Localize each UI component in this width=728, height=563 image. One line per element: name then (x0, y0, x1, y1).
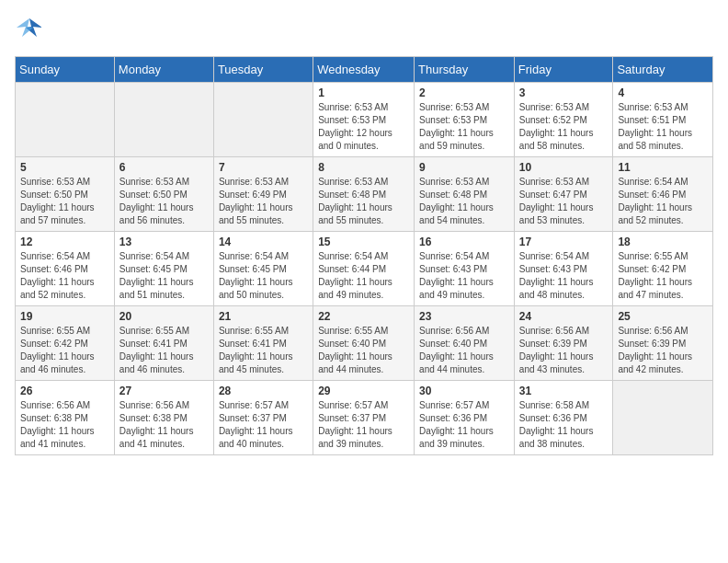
calendar-cell: 17Sunrise: 6:54 AM Sunset: 6:43 PM Dayli… (514, 232, 613, 306)
day-info: Sunrise: 6:54 AM Sunset: 6:46 PM Dayligh… (618, 176, 708, 227)
calendar-cell: 4Sunrise: 6:53 AM Sunset: 6:51 PM Daylig… (613, 83, 713, 157)
calendar-cell (213, 83, 313, 157)
day-info: Sunrise: 6:57 AM Sunset: 6:36 PM Dayligh… (419, 399, 509, 451)
day-info: Sunrise: 6:57 AM Sunset: 6:37 PM Dayligh… (219, 399, 308, 451)
page-header (15, 15, 713, 45)
calendar-cell: 31Sunrise: 6:58 AM Sunset: 6:36 PM Dayli… (514, 381, 613, 455)
day-info: Sunrise: 6:53 AM Sunset: 6:53 PM Dayligh… (419, 101, 509, 153)
weekday-header-tuesday: Tuesday (213, 57, 313, 83)
calendar-week-2: 5Sunrise: 6:53 AM Sunset: 6:50 PM Daylig… (16, 157, 713, 232)
calendar-cell: 24Sunrise: 6:56 AM Sunset: 6:39 PM Dayli… (514, 306, 613, 381)
day-info: Sunrise: 6:53 AM Sunset: 6:51 PM Dayligh… (618, 101, 708, 153)
calendar-cell (114, 83, 213, 157)
day-info: Sunrise: 6:57 AM Sunset: 6:37 PM Dayligh… (318, 399, 409, 451)
day-number: 31 (519, 385, 609, 397)
day-number: 18 (618, 236, 708, 248)
day-info: Sunrise: 6:56 AM Sunset: 6:38 PM Dayligh… (119, 399, 209, 451)
day-info: Sunrise: 6:55 AM Sunset: 6:40 PM Dayligh… (318, 325, 409, 376)
day-info: Sunrise: 6:54 AM Sunset: 6:46 PM Dayligh… (20, 250, 109, 302)
day-number: 16 (419, 236, 509, 248)
calendar-cell: 30Sunrise: 6:57 AM Sunset: 6:36 PM Dayli… (415, 381, 515, 455)
day-info: Sunrise: 6:54 AM Sunset: 6:43 PM Dayligh… (519, 250, 609, 302)
calendar-cell: 2Sunrise: 6:53 AM Sunset: 6:53 PM Daylig… (415, 83, 515, 157)
calendar-week-3: 12Sunrise: 6:54 AM Sunset: 6:46 PM Dayli… (16, 232, 713, 306)
day-number: 11 (618, 161, 708, 174)
calendar-table: SundayMondayTuesdayWednesdayThursdayFrid… (15, 56, 713, 455)
day-info: Sunrise: 6:53 AM Sunset: 6:49 PM Dayligh… (219, 176, 308, 227)
day-info: Sunrise: 6:56 AM Sunset: 6:39 PM Dayligh… (519, 325, 609, 376)
calendar-cell: 8Sunrise: 6:53 AM Sunset: 6:48 PM Daylig… (313, 157, 415, 232)
weekday-header-wednesday: Wednesday (313, 57, 415, 83)
calendar-cell: 14Sunrise: 6:54 AM Sunset: 6:45 PM Dayli… (213, 232, 313, 306)
day-number: 2 (419, 86, 509, 99)
calendar-cell: 22Sunrise: 6:55 AM Sunset: 6:40 PM Dayli… (313, 306, 415, 381)
calendar-cell: 15Sunrise: 6:54 AM Sunset: 6:44 PM Dayli… (313, 232, 415, 306)
calendar-cell: 3Sunrise: 6:53 AM Sunset: 6:52 PM Daylig… (514, 83, 613, 157)
calendar-cell: 21Sunrise: 6:55 AM Sunset: 6:41 PM Dayli… (213, 306, 313, 381)
day-info: Sunrise: 6:58 AM Sunset: 6:36 PM Dayligh… (519, 399, 609, 451)
day-number: 23 (419, 310, 509, 323)
day-number: 28 (219, 385, 308, 397)
day-info: Sunrise: 6:56 AM Sunset: 6:39 PM Dayligh… (618, 325, 708, 376)
day-number: 8 (318, 161, 409, 174)
weekday-header-monday: Monday (114, 57, 213, 83)
day-number: 3 (519, 86, 609, 99)
day-info: Sunrise: 6:55 AM Sunset: 6:41 PM Dayligh… (219, 325, 308, 376)
calendar-week-5: 26Sunrise: 6:56 AM Sunset: 6:38 PM Dayli… (16, 381, 713, 455)
day-number: 1 (318, 86, 409, 99)
day-info: Sunrise: 6:54 AM Sunset: 6:43 PM Dayligh… (419, 250, 509, 302)
logo (15, 15, 42, 45)
day-number: 22 (318, 310, 409, 323)
day-info: Sunrise: 6:55 AM Sunset: 6:42 PM Dayligh… (20, 325, 109, 376)
calendar-cell: 25Sunrise: 6:56 AM Sunset: 6:39 PM Dayli… (613, 306, 713, 381)
calendar-cell: 16Sunrise: 6:54 AM Sunset: 6:43 PM Dayli… (415, 232, 515, 306)
day-number: 14 (219, 236, 308, 248)
day-info: Sunrise: 6:54 AM Sunset: 6:45 PM Dayligh… (119, 250, 209, 302)
day-number: 24 (519, 310, 609, 323)
day-info: Sunrise: 6:53 AM Sunset: 6:50 PM Dayligh… (119, 176, 209, 227)
calendar-cell: 26Sunrise: 6:56 AM Sunset: 6:38 PM Dayli… (16, 381, 115, 455)
day-number: 21 (219, 310, 308, 323)
day-number: 27 (119, 385, 209, 397)
weekday-header-sunday: Sunday (16, 57, 115, 83)
day-info: Sunrise: 6:53 AM Sunset: 6:52 PM Dayligh… (519, 101, 609, 153)
day-number: 26 (20, 385, 109, 397)
day-info: Sunrise: 6:53 AM Sunset: 6:53 PM Dayligh… (318, 101, 409, 153)
calendar-cell: 9Sunrise: 6:53 AM Sunset: 6:48 PM Daylig… (415, 157, 515, 232)
calendar-cell: 13Sunrise: 6:54 AM Sunset: 6:45 PM Dayli… (114, 232, 213, 306)
day-info: Sunrise: 6:56 AM Sunset: 6:38 PM Dayligh… (20, 399, 109, 451)
calendar-week-4: 19Sunrise: 6:55 AM Sunset: 6:42 PM Dayli… (16, 306, 713, 381)
calendar-cell: 23Sunrise: 6:56 AM Sunset: 6:40 PM Dayli… (415, 306, 515, 381)
calendar-cell: 11Sunrise: 6:54 AM Sunset: 6:46 PM Dayli… (613, 157, 713, 232)
calendar-cell: 28Sunrise: 6:57 AM Sunset: 6:37 PM Dayli… (213, 381, 313, 455)
day-number: 15 (318, 236, 409, 248)
calendar-header-row: SundayMondayTuesdayWednesdayThursdayFrid… (16, 57, 713, 83)
calendar-cell (613, 381, 713, 455)
logo-bird-icon (17, 15, 42, 40)
calendar-cell: 1Sunrise: 6:53 AM Sunset: 6:53 PM Daylig… (313, 83, 415, 157)
day-number: 4 (618, 86, 708, 99)
calendar-cell: 18Sunrise: 6:55 AM Sunset: 6:42 PM Dayli… (613, 232, 713, 306)
calendar-week-1: 1Sunrise: 6:53 AM Sunset: 6:53 PM Daylig… (16, 83, 713, 157)
day-info: Sunrise: 6:53 AM Sunset: 6:47 PM Dayligh… (519, 176, 609, 227)
calendar-cell: 19Sunrise: 6:55 AM Sunset: 6:42 PM Dayli… (16, 306, 115, 381)
day-number: 7 (219, 161, 308, 174)
day-number: 9 (419, 161, 509, 174)
day-info: Sunrise: 6:55 AM Sunset: 6:42 PM Dayligh… (618, 250, 708, 302)
day-info: Sunrise: 6:56 AM Sunset: 6:40 PM Dayligh… (419, 325, 509, 376)
day-number: 25 (618, 310, 708, 323)
calendar-cell: 6Sunrise: 6:53 AM Sunset: 6:50 PM Daylig… (114, 157, 213, 232)
calendar-cell: 10Sunrise: 6:53 AM Sunset: 6:47 PM Dayli… (514, 157, 613, 232)
day-number: 30 (419, 385, 509, 397)
day-number: 6 (119, 161, 209, 174)
day-number: 10 (519, 161, 609, 174)
day-info: Sunrise: 6:53 AM Sunset: 6:50 PM Dayligh… (20, 176, 109, 227)
calendar-cell: 20Sunrise: 6:55 AM Sunset: 6:41 PM Dayli… (114, 306, 213, 381)
day-number: 13 (119, 236, 209, 248)
day-number: 12 (20, 236, 109, 248)
day-info: Sunrise: 6:54 AM Sunset: 6:44 PM Dayligh… (318, 250, 409, 302)
calendar-cell: 27Sunrise: 6:56 AM Sunset: 6:38 PM Dayli… (114, 381, 213, 455)
calendar-cell: 12Sunrise: 6:54 AM Sunset: 6:46 PM Dayli… (16, 232, 115, 306)
calendar-cell: 7Sunrise: 6:53 AM Sunset: 6:49 PM Daylig… (213, 157, 313, 232)
weekday-header-friday: Friday (514, 57, 613, 83)
